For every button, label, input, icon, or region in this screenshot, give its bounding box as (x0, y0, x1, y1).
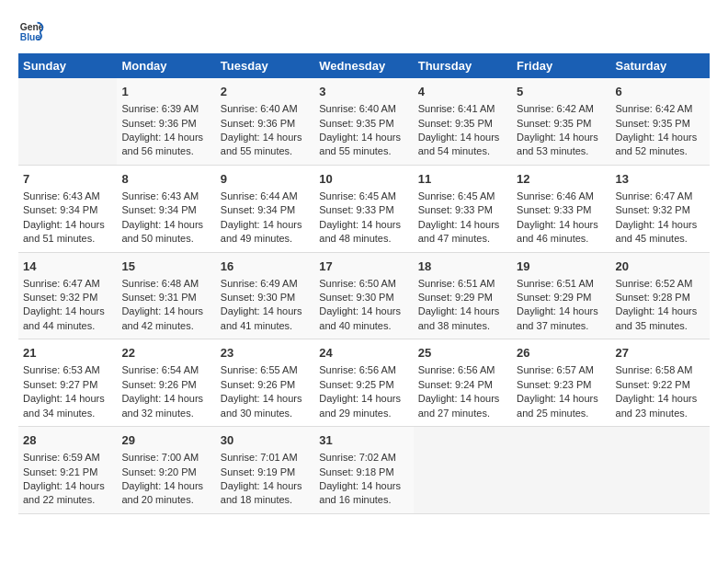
day-info-line: Sunset: 9:35 PM (517, 117, 606, 131)
day-info-line: Sunset: 9:22 PM (616, 378, 705, 392)
calendar-cell: 25Sunrise: 6:56 AMSunset: 9:24 PMDayligh… (414, 339, 512, 427)
day-info-line: and 51 minutes. (23, 232, 112, 246)
day-info-line: Sunset: 9:34 PM (121, 203, 210, 217)
day-info-line: Sunrise: 7:01 AM (221, 451, 310, 465)
day-info-line: and 48 minutes. (319, 232, 408, 246)
day-info-line: Sunset: 9:21 PM (23, 465, 112, 479)
day-info-line: Daylight: 14 hours (319, 131, 408, 144)
calendar-table: SundayMondayTuesdayWednesdayThursdayFrid… (18, 53, 710, 514)
calendar-week-row: 14Sunrise: 6:47 AMSunset: 9:32 PMDayligh… (18, 252, 710, 339)
day-number: 14 (23, 259, 112, 275)
day-info-line: Daylight: 14 hours (23, 392, 112, 406)
day-info-line: Daylight: 14 hours (23, 304, 112, 318)
day-info-line: Sunset: 9:29 PM (517, 291, 606, 304)
day-info-line: Daylight: 14 hours (418, 131, 507, 144)
day-info-line: Sunset: 9:26 PM (221, 378, 310, 392)
day-info-line: Sunset: 9:34 PM (221, 203, 310, 217)
day-info-line: Sunrise: 6:49 AM (221, 277, 310, 291)
logo-icon: General Blue (18, 18, 44, 44)
day-info-line: and 35 minutes. (616, 319, 705, 333)
calendar-cell: 31Sunrise: 7:02 AMSunset: 9:18 PMDayligh… (314, 427, 413, 514)
day-info-line: Daylight: 14 hours (121, 479, 210, 493)
day-info-line: and 45 minutes. (616, 232, 705, 246)
day-info-line: Sunset: 9:29 PM (418, 291, 507, 304)
calendar-cell: 4Sunrise: 6:41 AMSunset: 9:35 PMDaylight… (414, 78, 512, 165)
day-number: 20 (616, 259, 705, 275)
day-info-line: and 37 minutes. (517, 319, 606, 333)
calendar-cell: 8Sunrise: 6:43 AMSunset: 9:34 PMDaylight… (117, 165, 215, 252)
day-info-line: Sunset: 9:33 PM (517, 203, 606, 217)
day-of-week-header: Wednesday (314, 53, 413, 78)
day-of-week-header: Saturday (611, 53, 710, 78)
calendar-cell: 11Sunrise: 6:45 AMSunset: 9:33 PMDayligh… (414, 165, 512, 252)
day-info-line: and 30 minutes. (221, 407, 310, 420)
day-number: 2 (221, 84, 310, 100)
day-info-line: Sunset: 9:33 PM (418, 203, 507, 217)
day-number: 25 (418, 345, 507, 362)
day-info-line: and 23 minutes. (616, 407, 705, 420)
svg-text:Blue: Blue (20, 32, 41, 42)
day-info-line: Sunset: 9:30 PM (319, 291, 408, 304)
day-info-line: Sunrise: 6:40 AM (319, 102, 408, 116)
day-info-line: Daylight: 14 hours (221, 218, 310, 232)
day-info-line: Daylight: 14 hours (221, 392, 310, 406)
day-info-line: Daylight: 14 hours (517, 304, 606, 318)
calendar-cell: 21Sunrise: 6:53 AMSunset: 9:27 PMDayligh… (18, 339, 117, 427)
day-info-line: Daylight: 14 hours (616, 392, 705, 406)
day-info-line: Sunset: 9:36 PM (121, 117, 210, 131)
day-number: 28 (23, 432, 112, 449)
day-number: 31 (319, 432, 408, 449)
day-info-line: Daylight: 14 hours (418, 304, 507, 318)
calendar-cell: 7Sunrise: 6:43 AMSunset: 9:34 PMDaylight… (18, 165, 117, 252)
day-info-line: Sunrise: 6:45 AM (319, 190, 408, 203)
day-info-line: and 56 minutes. (121, 144, 210, 158)
day-info-line: Sunrise: 6:51 AM (517, 277, 606, 291)
calendar-cell: 19Sunrise: 6:51 AMSunset: 9:29 PMDayligh… (512, 252, 610, 339)
day-number: 3 (319, 84, 408, 100)
day-info-line: Sunset: 9:35 PM (616, 117, 705, 131)
day-info-line: Sunset: 9:27 PM (23, 378, 112, 392)
day-info-line: Sunset: 9:26 PM (121, 378, 210, 392)
day-info-line: Sunrise: 6:45 AM (418, 190, 507, 203)
calendar-week-row: 28Sunrise: 6:59 AMSunset: 9:21 PMDayligh… (18, 427, 710, 514)
day-info-line: and 52 minutes. (616, 144, 705, 158)
day-info-line: Sunset: 9:35 PM (319, 117, 408, 131)
day-info-line: Sunset: 9:35 PM (418, 117, 507, 131)
day-info-line: Sunrise: 6:55 AM (221, 363, 310, 377)
day-info-line: Daylight: 14 hours (418, 218, 507, 232)
day-number: 4 (418, 84, 507, 100)
day-info-line: Daylight: 14 hours (616, 304, 705, 318)
day-info-line: Daylight: 14 hours (517, 392, 606, 406)
day-info-line: and 22 minutes. (23, 493, 112, 507)
day-info-line: Daylight: 14 hours (616, 131, 705, 144)
day-info-line: Sunset: 9:19 PM (221, 465, 310, 479)
day-info-line: Daylight: 14 hours (121, 218, 210, 232)
day-number: 10 (319, 171, 408, 188)
day-number: 15 (121, 259, 210, 275)
day-info-line: Sunrise: 6:56 AM (418, 363, 507, 377)
day-info-line: and 27 minutes. (418, 407, 507, 420)
calendar-cell: 30Sunrise: 7:01 AMSunset: 9:19 PMDayligh… (216, 427, 314, 514)
day-info-line: and 46 minutes. (517, 232, 606, 246)
day-info-line: and 42 minutes. (121, 319, 210, 333)
day-info-line: Sunset: 9:18 PM (319, 465, 408, 479)
day-info-line: Sunset: 9:23 PM (517, 378, 606, 392)
day-number: 21 (23, 345, 112, 362)
day-info-line: and 44 minutes. (23, 319, 112, 333)
day-number: 30 (221, 432, 310, 449)
day-info-line: Sunset: 9:33 PM (319, 203, 408, 217)
day-info-line: Sunrise: 6:48 AM (121, 277, 210, 291)
day-info-line: and 55 minutes. (221, 144, 310, 158)
day-info-line: Sunset: 9:30 PM (221, 291, 310, 304)
day-of-week-header: Tuesday (216, 53, 314, 78)
day-number: 6 (616, 84, 705, 100)
day-info-line: Sunrise: 6:57 AM (517, 363, 606, 377)
day-info-line: Sunrise: 6:39 AM (121, 102, 210, 116)
day-info-line: and 53 minutes. (517, 144, 606, 158)
day-info-line: Daylight: 14 hours (319, 304, 408, 318)
calendar-cell: 5Sunrise: 6:42 AMSunset: 9:35 PMDaylight… (512, 78, 610, 165)
calendar-cell: 24Sunrise: 6:56 AMSunset: 9:25 PMDayligh… (314, 339, 413, 427)
day-info-line: and 41 minutes. (221, 319, 310, 333)
calendar-cell: 10Sunrise: 6:45 AMSunset: 9:33 PMDayligh… (314, 165, 413, 252)
day-info-line: Daylight: 14 hours (23, 479, 112, 493)
